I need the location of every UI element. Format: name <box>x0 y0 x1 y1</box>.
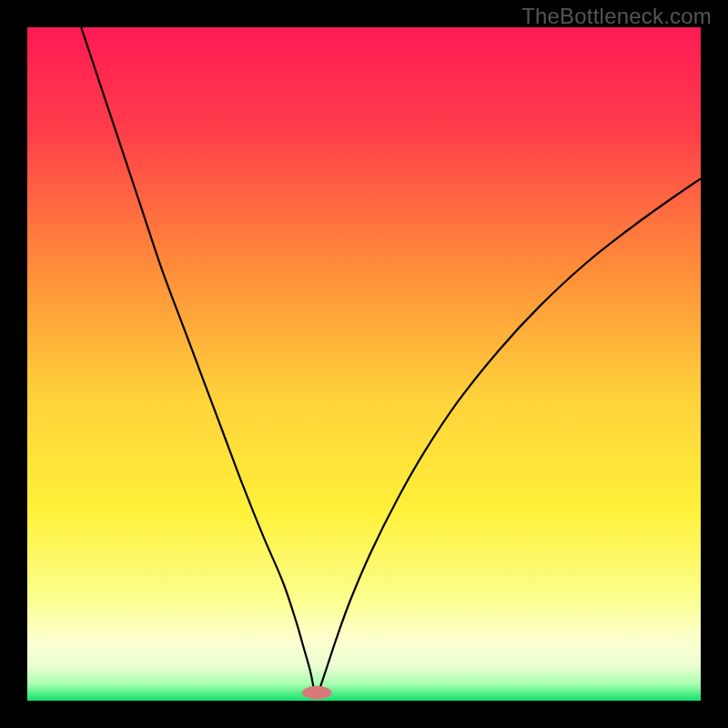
gradient-background <box>27 27 701 701</box>
minimum-marker <box>302 686 332 700</box>
plot-area <box>27 27 701 701</box>
chart-frame: TheBottleneck.com <box>0 0 728 728</box>
watermark-text: TheBottleneck.com <box>521 4 712 29</box>
chart-svg <box>27 27 701 701</box>
minimum-marker-group <box>302 686 332 700</box>
